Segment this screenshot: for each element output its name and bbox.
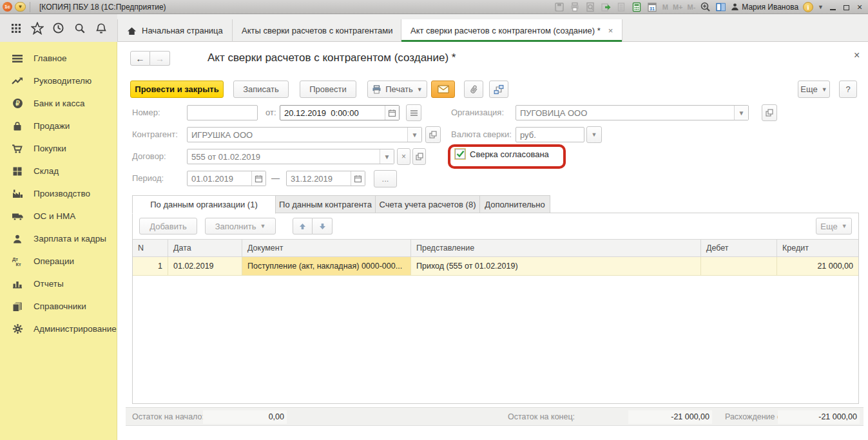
date-calendar-icon[interactable] — [385, 106, 399, 120]
minimize-button[interactable] — [828, 3, 837, 12]
organization-dropdown-icon[interactable]: ▼ — [734, 106, 748, 120]
secondary-print-icon[interactable] — [616, 1, 627, 12]
sidebar-item-administration[interactable]: Администрирование — [0, 318, 117, 340]
date-input[interactable] — [280, 106, 385, 120]
send-email-button[interactable] — [431, 81, 455, 98]
calendar-icon[interactable]: 31 — [647, 1, 658, 12]
contract-open-button[interactable] — [412, 148, 426, 165]
close-button[interactable]: × — [855, 3, 864, 12]
period-from-calendar-icon[interactable] — [251, 171, 265, 186]
memory-minus-button[interactable]: M- — [687, 3, 695, 11]
cell-n[interactable]: 1 — [133, 257, 168, 275]
zoom-icon[interactable] — [700, 1, 711, 12]
open-list-button[interactable] — [406, 104, 421, 121]
sidebar-item-purchases[interactable]: Покупки — [0, 137, 117, 160]
form-more-button[interactable]: Еще ▼ — [798, 81, 830, 98]
titlebar-chevron-down-icon[interactable]: ▼ — [818, 4, 824, 10]
move-down-button[interactable] — [313, 218, 333, 234]
col-header-credit[interactable]: Кредит — [777, 240, 858, 256]
sidebar-item-production[interactable]: Производство — [0, 182, 117, 205]
table-more-button[interactable]: Еще ▼ — [816, 218, 852, 234]
period-to-input[interactable] — [287, 171, 351, 186]
home-icon — [127, 26, 137, 35]
sidebar-item-payroll-hr[interactable]: Зарплата и кадры — [0, 227, 117, 250]
tab-close-icon[interactable]: × — [608, 26, 613, 35]
period-from-input[interactable] — [188, 171, 251, 186]
add-row-button[interactable]: Добавить — [139, 218, 197, 234]
checkbox-checked-icon[interactable] — [455, 149, 465, 159]
fill-button[interactable]: Заполнить ▼ — [205, 218, 276, 234]
contract-dropdown-icon[interactable]: ▼ — [380, 149, 394, 164]
number-input[interactable] — [188, 106, 257, 120]
contract-input[interactable] — [188, 149, 380, 164]
organization-open-button[interactable] — [762, 104, 777, 121]
maximize-button[interactable] — [842, 3, 851, 12]
print-button[interactable]: Печать ▼ — [367, 81, 427, 98]
help-button[interactable]: ? — [839, 81, 857, 98]
split-view-icon[interactable] — [715, 1, 726, 12]
contractor-open-button[interactable] — [425, 126, 441, 143]
cell-debit[interactable] — [701, 257, 777, 275]
save-icon[interactable] — [554, 1, 565, 12]
current-user[interactable]: Мария Иванова — [731, 3, 798, 12]
print-icon[interactable] — [570, 1, 581, 12]
form-close-icon[interactable]: × — [854, 50, 860, 61]
print-preview-icon[interactable] — [585, 1, 596, 12]
write-button[interactable]: Записать — [233, 81, 289, 98]
system-menu-button[interactable]: ▼ — [15, 2, 26, 12]
history-icon[interactable] — [50, 20, 67, 37]
sidebar-item-sales[interactable]: Продажи — [0, 115, 117, 137]
sidebar-item-fixed-assets[interactable]: ОС и НМА — [0, 205, 117, 227]
tab-additional[interactable]: Дополнительно — [479, 195, 550, 213]
tab-home[interactable]: Начальная страница — [117, 19, 232, 42]
sidebar-item-bank-cash[interactable]: ₽ Банк и касса — [0, 92, 117, 115]
tab-act-create[interactable]: Акт сверки расчетов с контрагентом (созд… — [401, 19, 622, 42]
col-header-presentation[interactable]: Представление — [411, 240, 701, 256]
col-header-debit[interactable]: Дебет — [701, 240, 777, 256]
cell-date[interactable]: 01.02.2019 — [168, 257, 242, 275]
col-header-document[interactable]: Документ — [242, 240, 411, 256]
tab-acts-list[interactable]: Акты сверки расчетов с контрагентами × — [232, 19, 414, 42]
sidebar-item-reports[interactable]: Отчеты — [0, 273, 117, 295]
favorites-icon[interactable] — [29, 20, 46, 37]
attachments-button[interactable] — [464, 81, 483, 98]
envelope-icon — [438, 85, 449, 93]
contractor-dropdown-icon[interactable]: ▼ — [407, 128, 421, 142]
post-and-close-button[interactable]: Провести и закрыть — [130, 81, 224, 98]
sidebar-item-operations[interactable]: ДтКт Операции — [0, 250, 117, 273]
move-up-button[interactable] — [293, 218, 313, 234]
sidebar-item-warehouse[interactable]: Склад — [0, 160, 117, 182]
notifications-bell-icon[interactable] — [93, 20, 110, 37]
col-header-date[interactable]: Дата — [168, 240, 242, 256]
period-to-calendar-icon[interactable] — [351, 171, 365, 186]
cell-document[interactable]: Поступление (акт, накладная) 0000-000... — [242, 257, 411, 275]
sidebar-item-manager[interactable]: Руководителю — [0, 70, 117, 92]
nav-forward-button[interactable]: → — [150, 51, 170, 66]
post-button[interactable]: Провести — [300, 81, 356, 98]
period-pick-button[interactable]: ... — [374, 170, 397, 187]
contractor-input[interactable] — [188, 128, 407, 142]
col-header-n[interactable]: N — [133, 240, 168, 256]
tab-settlement-accounts[interactable]: Счета учета расчетов (8) — [375, 195, 480, 213]
organization-input[interactable] — [516, 106, 734, 120]
nav-back-button[interactable]: ← — [130, 51, 150, 66]
reconciliation-agreed-checkbox[interactable]: Сверка согласована — [455, 149, 549, 159]
calculator-icon[interactable] — [632, 1, 642, 12]
external-link-icon[interactable] — [601, 1, 612, 12]
search-icon[interactable] — [72, 20, 88, 37]
cell-presentation[interactable]: Приход (555 от 01.02.2019) — [411, 257, 701, 275]
memory-recall-button[interactable]: M — [662, 3, 668, 11]
info-icon[interactable]: i — [803, 2, 813, 12]
table-row[interactable]: 1 01.02.2019 Поступление (акт, накладная… — [133, 257, 858, 276]
tab-by-organization[interactable]: По данным организации (1) — [132, 195, 276, 214]
sidebar-item-directories[interactable]: Справочники — [0, 295, 117, 318]
currency-input[interactable] — [516, 128, 584, 142]
memory-plus-button[interactable]: M+ — [673, 3, 683, 11]
contract-clear-button[interactable]: × — [397, 148, 410, 165]
currency-dropdown-button[interactable]: ▼ — [586, 126, 602, 143]
document-structure-button[interactable] — [489, 81, 508, 98]
sidebar-item-main[interactable]: Главное — [0, 47, 117, 70]
tab-by-contractor[interactable]: По данным контрагента — [275, 195, 376, 213]
all-functions-menu-icon[interactable] — [8, 20, 24, 37]
cell-credit[interactable]: 21 000,00 — [777, 257, 858, 275]
